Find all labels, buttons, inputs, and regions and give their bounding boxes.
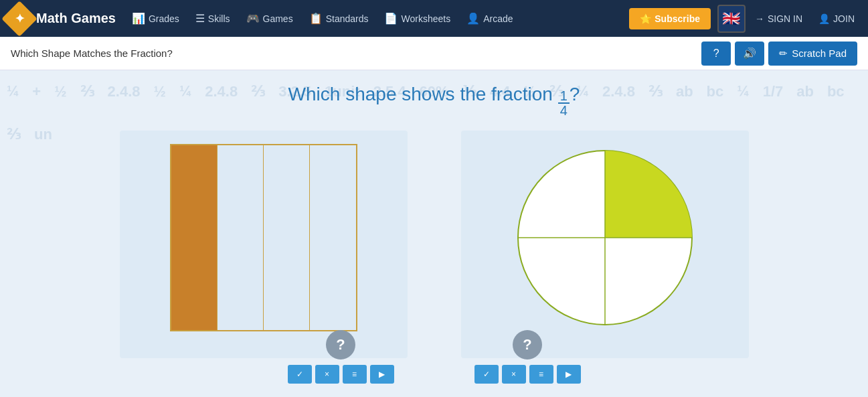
- sign-in-label: SIGN IN: [768, 13, 802, 24]
- sound-button[interactable]: 🔊: [735, 42, 764, 66]
- join-icon: 👤: [818, 13, 830, 24]
- scratch-label: Scratch Pad: [792, 48, 847, 59]
- right-answer-icons: ✓ × ≡ ▶: [474, 365, 581, 384]
- fraction-numerator: 1: [558, 89, 570, 104]
- breadcrumb: Which Shape Matches the Fraction?: [11, 48, 173, 59]
- nav-grades-label: Grades: [149, 13, 179, 24]
- subheader: Which Shape Matches the Fraction? ? 🔊 ✏ …: [0, 37, 868, 70]
- nav-arcade-label: Arcade: [483, 13, 513, 24]
- nav-standards-label: Standards: [326, 13, 369, 24]
- fraction-display: 14: [558, 89, 570, 117]
- right-ans-2[interactable]: ×: [502, 365, 526, 384]
- rect-col-3: [264, 145, 310, 330]
- subscribe-button[interactable]: ⭐ Subscribe: [629, 8, 711, 29]
- help-icon: ?: [713, 48, 719, 60]
- nav-skills-label: Skills: [208, 13, 230, 24]
- nav-games[interactable]: 🎮 Games: [240, 8, 300, 29]
- logo-text: Math Games: [36, 11, 116, 26]
- rect-col-2: [218, 145, 264, 330]
- nav-skills[interactable]: ☰ Skills: [189, 8, 237, 29]
- help-button[interactable]: ?: [701, 42, 731, 66]
- sound-icon: 🔊: [743, 47, 756, 60]
- nav-games-label: Games: [263, 13, 293, 24]
- tool-buttons: ? 🔊 ✏ Scratch Pad: [701, 42, 857, 66]
- content-area: ¼+½⅔2.4.8 ½¼2.4.8⅔3.2.5 1unit2.5.460%⅓4.…: [0, 70, 868, 397]
- left-help-button[interactable]: ?: [326, 330, 355, 360]
- nav-arcade[interactable]: 👤 Arcade: [460, 8, 519, 29]
- rect-col-4: [310, 145, 355, 330]
- nav-worksheets[interactable]: 📄 Worksheets: [377, 8, 457, 29]
- logo[interactable]: ✦ Math Games: [7, 6, 116, 31]
- circle-shape: [511, 144, 699, 331]
- skills-icon: ☰: [195, 12, 205, 25]
- nav-worksheets-label: Worksheets: [401, 13, 450, 24]
- worksheets-icon: 📄: [384, 12, 398, 25]
- flag-button[interactable]: 🇬🇧: [717, 5, 746, 33]
- question-title: Which shape shows the fraction 14?: [288, 84, 580, 117]
- rectangle-choice[interactable]: [120, 131, 408, 358]
- left-ans-4[interactable]: ▶: [370, 365, 394, 384]
- left-ans-3[interactable]: ≡: [343, 365, 367, 384]
- star-icon: ⭐: [640, 13, 651, 24]
- join-button[interactable]: 👤 JOIN: [812, 9, 861, 28]
- left-ans-1[interactable]: ✓: [288, 365, 312, 384]
- question-text-before: Which shape shows the fraction: [288, 84, 558, 104]
- circle-wrapper: [511, 144, 699, 331]
- left-answer-zone: ? ✓ × ≡ ▶: [288, 330, 394, 384]
- left-answer-icons: ✓ × ≡ ▶: [288, 365, 394, 384]
- scratch-pad-button[interactable]: ✏ Scratch Pad: [768, 42, 857, 66]
- left-ans-2[interactable]: ×: [315, 365, 339, 384]
- question-panel: Which shape shows the fraction 14?: [0, 70, 868, 129]
- standards-icon: 📋: [309, 12, 323, 25]
- flag-icon: 🇬🇧: [722, 10, 740, 27]
- right-help-icon: ?: [523, 336, 531, 353]
- navbar: ✦ Math Games 📊 Grades ☰ Skills 🎮 Games 📋…: [0, 0, 868, 37]
- right-ans-3[interactable]: ≡: [529, 365, 553, 384]
- pencil-icon: ✏: [779, 48, 788, 60]
- right-answer-zone: ? ✓ × ≡ ▶: [474, 330, 581, 384]
- signin-icon: →: [755, 13, 764, 24]
- right-ans-1[interactable]: ✓: [474, 365, 499, 384]
- join-label: JOIN: [833, 13, 855, 24]
- question-text-after: ?: [570, 84, 580, 104]
- answer-row: ? ✓ × ≡ ▶ ? ✓ × ≡ ▶: [0, 330, 868, 384]
- sign-in-button[interactable]: → SIGN IN: [748, 9, 809, 28]
- games-icon: 🎮: [246, 12, 260, 25]
- rectangle-shape: [170, 144, 357, 331]
- shapes-row: [0, 124, 868, 365]
- grades-icon: 📊: [132, 12, 145, 25]
- nav-standards[interactable]: 📋 Standards: [302, 8, 375, 29]
- circle-choice[interactable]: [461, 131, 749, 358]
- right-ans-4[interactable]: ▶: [557, 365, 581, 384]
- right-help-button[interactable]: ?: [513, 330, 542, 360]
- left-help-icon: ?: [336, 336, 345, 353]
- subscribe-label: Subscribe: [655, 13, 700, 24]
- rect-col-1-filled: [171, 145, 218, 330]
- fraction-denominator: 4: [558, 104, 570, 117]
- logo-diamond: ✦: [1, 1, 37, 37]
- nav-grades[interactable]: 📊 Grades: [125, 8, 186, 29]
- arcade-icon: 👤: [466, 12, 480, 25]
